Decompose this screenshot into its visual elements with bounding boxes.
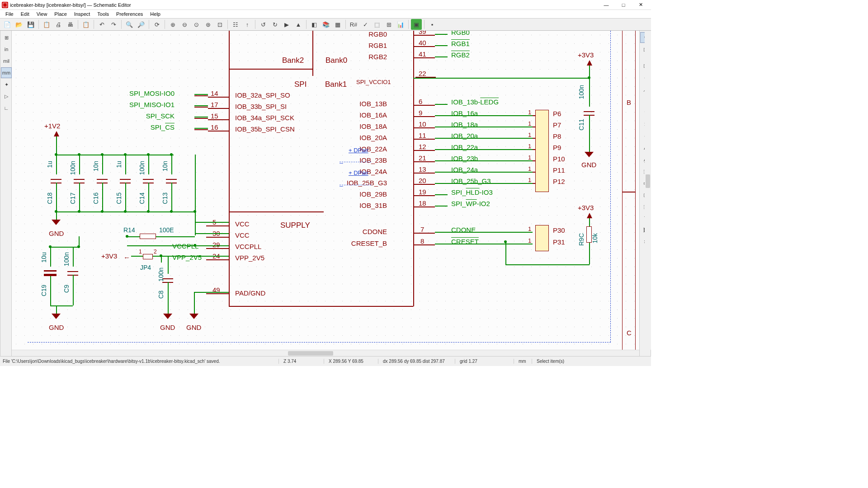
zoom-objects-icon[interactable]: ⊛ [203,19,213,30]
dpair-1: + DPair [349,147,368,154]
margin-b: B [627,99,631,106]
menu-file[interactable]: File [2,11,17,17]
leave-sheet-icon[interactable]: ↑ [242,19,253,30]
net-SPI_MISO-IO1: SPI_MISO-IO1 [129,101,175,108]
menu-place[interactable]: Place [51,11,71,17]
header-p30-symbol [535,225,549,251]
v3p3-label-2: +3V3 [578,51,594,59]
console-icon[interactable]: ▪ [427,19,438,30]
menu-inspect[interactable]: Inspect [71,11,94,17]
zoom-in-icon[interactable]: ⊕ [167,19,178,30]
left-toolbar: ⊞ in mil mm ✦ ▷ ∟ [0,31,12,356]
v1p2-label: +1V2 [44,122,60,130]
bank1-label: Bank1 [325,80,347,89]
gnd-icon [52,220,61,225]
cursor-full-icon[interactable]: ✦ [1,79,12,90]
replace-icon[interactable]: 🔎 [136,19,146,30]
minimize-button[interactable]: — [598,0,615,10]
margin-divider [622,192,636,192]
bank2-label: Bank2 [282,56,304,65]
paste-icon[interactable]: 📋 [80,19,91,30]
zoom-out-icon[interactable]: ⊖ [179,19,190,30]
net-SPI_MOSI-IO0: SPI_MOSI-IO0 [129,89,175,97]
refresh-icon[interactable]: ⟳ [151,19,162,30]
grid-toggle-icon[interactable]: ⊞ [1,32,12,43]
free-angle-icon[interactable]: ∟ [1,103,12,113]
pcb-icon[interactable]: ▣ [411,19,422,30]
annotate-icon[interactable]: R# [348,19,359,30]
footprint-editor-icon[interactable]: ▦ [332,19,343,30]
status-unit: mm [514,359,532,364]
redo-icon[interactable]: ↷ [108,19,119,30]
gnd-label-2: GND [49,324,64,331]
margin-frame [622,31,636,352]
mirror-v-icon[interactable]: ▶ [281,19,292,30]
rotate-cw-icon[interactable]: ↻ [269,19,280,30]
supply-label: SUPPLY [280,221,310,230]
gnd-icon-3 [163,314,172,319]
symbol-editor-icon[interactable]: ◧ [309,19,320,30]
maximize-button[interactable]: □ [615,0,632,10]
net-SPI_CS: SPI_CS [151,123,175,131]
gnd-icon-5 [585,152,594,157]
bom-icon[interactable]: 📊 [395,19,406,30]
open-icon[interactable]: 📂 [14,19,24,30]
status-file: File 'C:\Users\jon\Downloads\kicad_bugs\… [3,359,278,364]
r14-ref: R14 [123,226,135,234]
window-title: icebreaker-bitsy [icebreaker-bitsy/] — S… [10,2,131,8]
menu-help[interactable]: Help [146,11,164,17]
print-icon[interactable]: 🖨 [53,19,64,30]
units-in-icon[interactable]: in [1,44,12,55]
ic-mid [312,31,313,76]
units-mil-icon[interactable]: mil [1,56,12,66]
schematic-canvas[interactable]: B C Bank2 Bank0 SPI Bank1 SUPPLY SPI_MOS… [12,31,639,356]
status-hint: Select item(s) [532,359,569,364]
undo-icon[interactable]: ↶ [96,19,107,30]
new-icon[interactable]: 📄 [2,19,13,30]
main-toolbar: 📄 📂 💾 📋 🖨 🖶 📋 ↶ ↷ 🔍 🔎 ⟳ ⊕ ⊖ ⊙ ⊛ ⊡ ☷ ↑ ↺ … [0,18,651,31]
zoom-selection-icon[interactable]: ⊡ [214,19,225,30]
v3p3-label-1: +3V3 [101,252,117,260]
menubar: File Edit View Place Inspect Tools Prefe… [0,10,651,18]
edit-fields-icon[interactable]: ⊞ [383,19,394,30]
status-bar: File 'C:\Users\jon\Downloads\kicad_bugs\… [0,356,651,366]
net-SPI_SCK: SPI_SCK [146,112,175,120]
c8-ref: C8 [157,291,165,299]
mirror-h-icon[interactable]: ▲ [293,19,304,30]
assign-footprints-icon[interactable]: ⬚ [372,19,382,30]
menu-tools[interactable]: Tools [94,11,113,17]
erc-icon[interactable]: ✓ [360,19,371,30]
status-xy: X 289.56 Y 69.85 [324,359,378,364]
resistor-symbol [140,234,156,239]
gnd-label-4: GND [186,324,201,331]
dpair-2: + DPair [349,169,368,176]
menu-view[interactable]: View [33,11,51,17]
hierarchy-icon[interactable]: ☷ [230,19,241,30]
status-zoom: Z 3.74 [278,359,324,364]
close-button[interactable]: ✕ [632,0,649,10]
menu-preferences[interactable]: Preferences [113,11,146,17]
hidden-pins-icon[interactable]: ▷ [1,91,12,102]
gnd-label-5: GND [581,161,596,169]
c8-val: 100n [157,267,165,282]
menu-edit[interactable]: Edit [17,11,33,17]
header-p-symbol [535,110,549,192]
rotate-ccw-icon[interactable]: ↺ [258,19,269,30]
vertical-scrollbar[interactable] [645,31,651,350]
horizontal-scrollbar[interactable] [12,350,639,356]
r9-ref: R9C [578,233,585,246]
save-icon[interactable]: 💾 [25,19,36,30]
plot-icon[interactable]: 🖶 [65,19,75,30]
arrow-icon [54,131,59,136]
gnd-icon-4 [189,314,198,319]
status-grid: grid 1.27 [455,359,514,364]
titlebar: icebreaker-bitsy [icebreaker-bitsy/] — S… [0,0,651,10]
v3p3-label-3: +3V3 [578,204,594,211]
symbol-browser-icon[interactable]: 📚 [321,19,331,30]
find-icon[interactable]: 🔍 [124,19,135,30]
vccio-label: SPI_VCCIO1 [356,79,391,85]
gnd-label-3: GND [160,324,175,331]
page-settings-icon[interactable]: 📋 [41,19,52,30]
zoom-fit-icon[interactable]: ⊙ [191,19,202,30]
units-mm-icon[interactable]: mm [1,67,12,78]
